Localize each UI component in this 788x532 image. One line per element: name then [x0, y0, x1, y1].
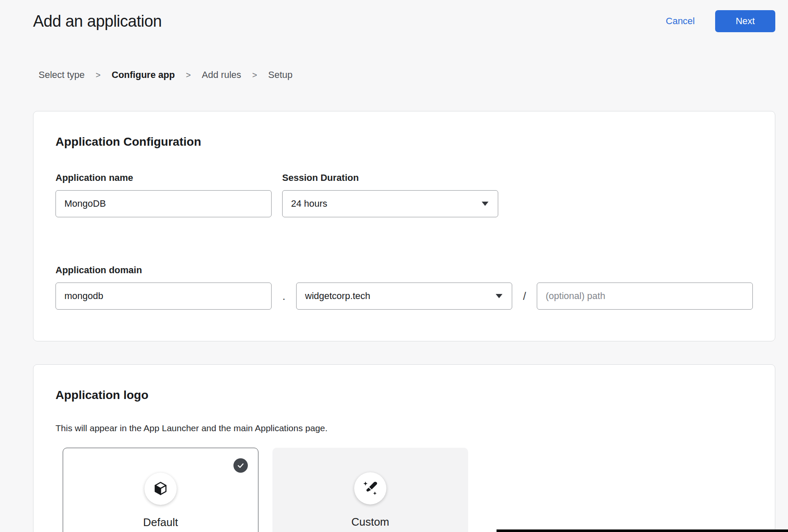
cube-icon	[144, 473, 177, 505]
bottom-edge-artifact	[497, 529, 788, 532]
session-duration-label: Session Duration	[282, 172, 498, 183]
domain-select[interactable]: widgetcorp.tech	[296, 283, 512, 310]
session-duration-select[interactable]: 24 hours	[282, 190, 498, 217]
session-duration-value: 24 hours	[291, 198, 327, 209]
page-header: Add an application Cancel Next	[0, 0, 788, 32]
application-configuration-card: Application Configuration Application na…	[33, 111, 775, 341]
breadcrumb-separator: >	[96, 70, 101, 80]
breadcrumb-separator: >	[252, 70, 257, 80]
logo-option-default[interactable]: Default	[63, 448, 258, 532]
slash-separator: /	[521, 290, 528, 303]
application-domain-field: Application domain . widgetcorp.tech /	[55, 265, 753, 310]
breadcrumb-step-setup[interactable]: Setup	[268, 69, 293, 80]
application-logo-heading: Application logo	[55, 388, 753, 402]
application-name-label: Application name	[55, 172, 272, 183]
domain-select-value: widgetcorp.tech	[305, 291, 370, 302]
subdomain-input[interactable]	[55, 283, 272, 310]
application-name-field: Application name	[55, 172, 272, 217]
logo-option-label: Default	[143, 516, 178, 529]
chevron-down-icon	[482, 202, 488, 206]
page-title: Add an application	[33, 12, 162, 30]
application-name-input[interactable]	[55, 190, 272, 217]
session-duration-field: Session Duration 24 hours	[282, 172, 498, 217]
application-logo-description: This will appear in the App Launcher and…	[55, 423, 753, 433]
header-actions: Cancel Next	[666, 10, 775, 32]
application-domain-label: Application domain	[55, 265, 753, 276]
next-button[interactable]: Next	[715, 10, 775, 32]
chevron-down-icon	[496, 294, 502, 298]
name-session-row: Application name Session Duration 24 hou…	[55, 172, 753, 217]
cancel-button[interactable]: Cancel	[666, 16, 695, 27]
breadcrumb-step-select-type[interactable]: Select type	[39, 69, 85, 80]
application-configuration-heading: Application Configuration	[55, 135, 753, 149]
paintbrush-icon	[354, 472, 386, 504]
application-logo-card: Application logo This will appear in the…	[33, 364, 775, 532]
path-input[interactable]	[537, 283, 753, 310]
breadcrumb-separator: >	[186, 70, 191, 80]
application-domain-row: . widgetcorp.tech /	[55, 283, 753, 310]
logo-options: Default Custom	[63, 448, 753, 532]
dot-separator: .	[280, 290, 288, 303]
breadcrumb-step-add-rules[interactable]: Add rules	[202, 69, 241, 80]
breadcrumb-step-configure-app[interactable]: Configure app	[112, 69, 175, 80]
add-application-page: { "header": { "title": "Add an applicati…	[0, 0, 788, 532]
breadcrumb: Select type > Configure app > Add rules …	[39, 69, 788, 80]
logo-option-label: Custom	[351, 515, 389, 529]
logo-option-custom[interactable]: Custom	[272, 448, 468, 532]
check-icon	[233, 458, 248, 473]
